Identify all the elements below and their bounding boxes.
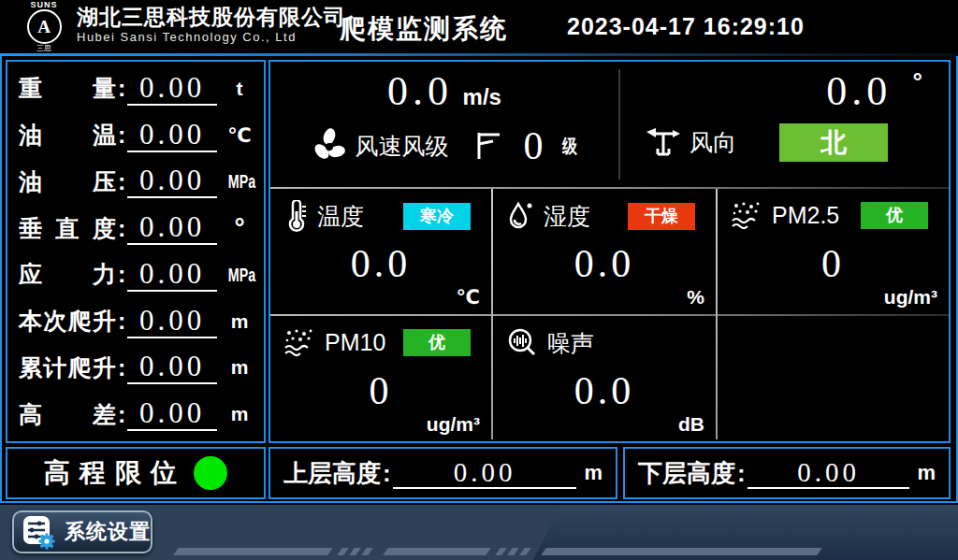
footer-stripe xyxy=(173,548,333,555)
row-current-climb: 本次爬升: 0.00 m xyxy=(19,299,256,344)
wind-direction-unit: ° xyxy=(913,67,922,95)
pm10-label: PM10 xyxy=(325,329,385,356)
current-climb-unit: m xyxy=(223,310,256,333)
height-diff-unit: m xyxy=(223,403,256,425)
pm25-value: 0 xyxy=(718,241,949,286)
temperature-unit: ℃ xyxy=(457,286,480,309)
wind-speed-value: 0.0 xyxy=(387,68,453,114)
pm10-unit: ug/m³ xyxy=(427,413,480,436)
oil-temp-value: 0.00 xyxy=(127,119,217,152)
humidity-unit: % xyxy=(687,286,704,309)
wind-vane-icon xyxy=(645,126,682,160)
main-frame: 重量: 0.00 t 油温: 0.00 ℃ 油压: 0.00 MPa 垂直度: … xyxy=(0,56,958,503)
weight-value: 0.00 xyxy=(127,72,217,106)
footer-stripe xyxy=(383,548,491,555)
temperature-value: 0.0 xyxy=(270,241,491,286)
wind-direction-value: 0.0 xyxy=(826,68,892,114)
temperature-status-badge: 寒冷 xyxy=(403,203,471,230)
wind-direction-label: 风向 xyxy=(689,127,736,158)
lower-level-unit: m xyxy=(917,461,936,485)
header: SUNS A 三思 湖北三思科技股份有限公司 Hubei Sansi Techn… xyxy=(0,0,958,53)
row-height-diff: 高差: 0.00 m xyxy=(19,392,256,437)
elevation-limit-box: 高程限位 xyxy=(6,447,266,499)
wind-speed-label: 风速风级 xyxy=(356,131,449,162)
pm10-cell: PM10 优 0 ug/m³ xyxy=(270,316,491,439)
wind-speed-cell: 0.0 m/s 风速风级 xyxy=(270,62,618,187)
measurement-sidebar: 重量: 0.00 t 油温: 0.00 ℃ 油压: 0.00 MPa 垂直度: … xyxy=(6,60,266,443)
system-settings-label: 系统设置 xyxy=(65,518,151,546)
humidity-cell: 湿度 干燥 0.0 % xyxy=(493,189,716,312)
footer-stripe-slashes xyxy=(498,548,534,555)
footer-stripe xyxy=(541,548,822,555)
height-diff-value: 0.00 xyxy=(127,397,217,431)
dust-particles-icon xyxy=(731,200,762,230)
pm25-status-badge: 优 xyxy=(861,202,928,229)
oil-temp-unit: ℃ xyxy=(223,124,256,147)
total-climb-value: 0.00 xyxy=(127,351,217,384)
row-oil-temp: 油温: 0.00 ℃ xyxy=(19,113,256,158)
footer-stripes xyxy=(176,548,820,555)
stress-label: 应力 xyxy=(19,259,116,290)
oil-pressure-label: 油压 xyxy=(19,166,116,197)
empty-cell xyxy=(718,316,949,439)
datetime-display: 2023-04-17 16:29:10 xyxy=(567,13,805,40)
stress-value: 0.00 xyxy=(127,258,217,292)
row-total-climb: 累计爬升: 0.00 m xyxy=(19,345,256,390)
logo-cn-text: 三思 xyxy=(21,44,67,52)
wind-direction-badge: 北 xyxy=(779,123,888,162)
droplet-icon xyxy=(506,200,534,232)
upper-level-value: 0.00 xyxy=(393,457,577,489)
upper-level-label: 上层高度 xyxy=(283,457,381,490)
environment-panel: 0.0 m/s 风速风级 xyxy=(269,60,951,443)
stress-unit: MPa xyxy=(228,264,251,286)
elevation-limit-label: 高程限位 xyxy=(44,455,186,491)
settings-sliders-gear-icon xyxy=(22,514,57,550)
verticality-value: 0.00 xyxy=(127,211,217,245)
weight-unit: t xyxy=(223,78,256,100)
wind-direction-reading: 0.0 ° xyxy=(826,67,922,115)
system-settings-button[interactable]: 系统设置 xyxy=(12,510,152,553)
humidity-value: 0.0 xyxy=(493,241,716,286)
company-name: 湖北三思科技股份有限公司 Hubei Sansi Technology Co.,… xyxy=(77,5,346,45)
noise-meter-icon xyxy=(506,327,538,359)
pm25-cell: PM2.5 优 0 ug/m³ xyxy=(718,189,949,312)
fan-icon xyxy=(311,127,348,165)
temperature-cell: 温度 寒冷 0.0 ℃ xyxy=(270,189,491,312)
dust-particles-icon xyxy=(283,327,315,357)
lower-level-label: 下层高度 xyxy=(638,457,735,490)
company-logo: SUNS A 三思 xyxy=(21,1,67,52)
humidity-status-badge: 干燥 xyxy=(628,203,695,230)
oil-temp-label: 油温 xyxy=(19,120,116,151)
wind-level-row: 风速风级 0 级 xyxy=(270,123,618,168)
noise-label: 噪声 xyxy=(547,328,594,359)
row-oil-pressure: 油压: 0.00 MPa xyxy=(19,159,256,204)
current-climb-value: 0.00 xyxy=(127,305,217,338)
elevation-limit-status-light xyxy=(194,456,227,490)
wind-level-value: 0 xyxy=(524,123,544,168)
wind-speed-unit: m/s xyxy=(463,84,501,109)
upper-level-box: 上层高度: 0.00 m xyxy=(269,447,617,499)
row-stress: 应力: 0.00 MPa xyxy=(19,252,256,297)
company-name-cn: 湖北三思科技股份有限公司 xyxy=(77,5,346,29)
noise-cell: 噪声 0.0 dB xyxy=(493,316,716,439)
total-climb-label: 累计爬升 xyxy=(19,352,116,383)
thermometer-icon xyxy=(283,200,308,232)
noise-value: 0.0 xyxy=(493,368,716,413)
pm10-status-badge: 优 xyxy=(403,329,471,356)
upper-level-unit: m xyxy=(584,461,602,485)
footer-stripe-slashes xyxy=(340,548,376,555)
row-verticality: 垂直度: 0.00 ° xyxy=(19,206,256,251)
company-name-en: Hubei Sansi Technology Co., Ltd xyxy=(77,29,346,45)
lower-level-value: 0.00 xyxy=(748,457,910,489)
pm25-label: PM2.5 xyxy=(772,202,839,229)
oil-pressure-value: 0.00 xyxy=(127,165,217,198)
climbing-formwork-monitor-screen: SUNS A 三思 湖北三思科技股份有限公司 Hubei Sansi Techn… xyxy=(0,0,958,560)
wind-direction-row: 风向 北 xyxy=(620,123,949,162)
wind-level-flag-icon xyxy=(473,130,503,162)
logo-suns-text: SUNS xyxy=(21,1,67,9)
weight-label: 重量 xyxy=(19,73,116,104)
humidity-label: 湿度 xyxy=(544,201,590,232)
total-climb-unit: m xyxy=(223,356,256,379)
footer-bar: 系统设置 xyxy=(0,505,958,560)
temperature-label: 温度 xyxy=(317,201,364,232)
